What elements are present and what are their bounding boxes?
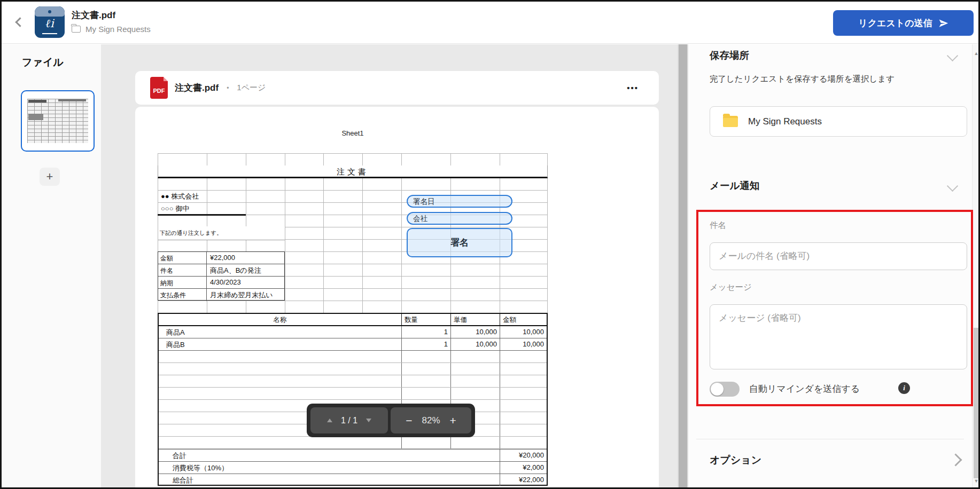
folder-outline-icon bbox=[72, 26, 81, 33]
chevron-left-icon bbox=[15, 17, 25, 27]
table-header-row: 名称 数量 単価 金額 bbox=[159, 314, 547, 326]
table-row: 商品B 1 10,000 10,000 bbox=[159, 338, 547, 351]
table-row: 商品A 1 10,000 10,000 bbox=[159, 326, 547, 338]
zoom-in-button[interactable]: + bbox=[450, 415, 456, 426]
breadcrumb-label: My Sign Requests bbox=[85, 25, 151, 34]
subject-input[interactable] bbox=[710, 242, 967, 270]
email-notification-heading: メール通知 bbox=[710, 179, 759, 192]
preview-toolbar: 1 / 1 − 82% + bbox=[307, 404, 475, 437]
send-request-label: リクエストの送信 bbox=[858, 17, 932, 29]
page-navigation: 1 / 1 bbox=[310, 407, 388, 433]
chevron-down-icon[interactable] bbox=[947, 180, 958, 192]
save-location-heading: 保存場所 bbox=[710, 49, 749, 62]
page-title: 注文書.pdf bbox=[72, 9, 115, 21]
sign-date-field[interactable]: 署名日 bbox=[407, 195, 512, 208]
page-down-button[interactable] bbox=[366, 419, 371, 422]
message-label: メッセージ bbox=[710, 282, 752, 293]
subject-label: 件名 bbox=[710, 220, 726, 231]
signature-glyph: ℓi bbox=[35, 17, 65, 30]
breadcrumb[interactable]: My Sign Requests bbox=[72, 25, 151, 34]
auto-reminder-label: 自動リマインダを送信する bbox=[749, 383, 860, 395]
settings-panel: 保存場所 完了したリクエストを保存する場所を選択します My Sign Requ… bbox=[688, 44, 972, 489]
table-row: 金額 ¥22,000 bbox=[158, 252, 284, 264]
chevron-down-icon[interactable] bbox=[947, 50, 958, 61]
sheet-label: Sheet1 bbox=[158, 129, 548, 137]
page-up-button[interactable] bbox=[327, 419, 332, 422]
message-input[interactable] bbox=[710, 304, 967, 369]
document-scrollbar-thumb[interactable] bbox=[679, 44, 687, 489]
chevron-right-icon bbox=[949, 453, 962, 466]
sign-app-icon: ℓi bbox=[35, 6, 65, 38]
document-file-name: 注文書.pdf bbox=[175, 82, 219, 94]
zoom-level: 82% bbox=[422, 415, 440, 426]
scroll-down-arrow-icon[interactable]: ▼ bbox=[973, 478, 980, 484]
save-location-folder[interactable]: My Sign Requests bbox=[710, 106, 967, 137]
pdf-file-icon: PDF bbox=[150, 77, 168, 99]
doc-summary-table: 金額 ¥22,000 件名 商品A、Bの発注 納期 4/30/2023 支払条件… bbox=[158, 251, 285, 301]
table-row: 件名 商品A、Bの発注 bbox=[158, 264, 284, 277]
options-heading: オプション bbox=[710, 453, 761, 467]
zoom-out-button[interactable]: − bbox=[406, 415, 412, 426]
file-thumbnail-preview bbox=[27, 99, 88, 143]
document-options-menu[interactable]: ••• bbox=[627, 83, 639, 92]
scroll-up-arrow-icon[interactable]: ▲ bbox=[973, 51, 980, 56]
table-total-row: 消費税等（10%） ¥2,000 bbox=[159, 461, 547, 474]
dot-separator: • bbox=[227, 84, 229, 92]
app-window: ℓi 注文書.pdf My Sign Requests リクエストの送信 ファイ… bbox=[0, 0, 980, 489]
add-file-button[interactable]: + bbox=[40, 168, 60, 186]
send-request-button[interactable]: リクエストの送信 bbox=[833, 10, 974, 36]
options-section[interactable]: オプション bbox=[688, 439, 972, 489]
doc-to-company: ○○○ 御中 bbox=[159, 204, 191, 214]
zoom-controls: − 82% + bbox=[391, 407, 471, 433]
company-field[interactable]: 会社 bbox=[407, 212, 512, 225]
folder-name: My Sign Requests bbox=[748, 116, 822, 127]
signature-field[interactable]: 署名 bbox=[407, 228, 512, 257]
save-location-description: 完了したリクエストを保存する場所を選択します bbox=[710, 74, 895, 85]
sign-app-icon-dot bbox=[48, 10, 51, 13]
file-thumbnail[interactable] bbox=[21, 90, 95, 152]
panel-scrollbar[interactable]: ▲ ▼ bbox=[972, 44, 980, 489]
table-total-row: 合計 ¥20,000 bbox=[159, 449, 547, 461]
document-page-count: 1ページ bbox=[237, 83, 266, 93]
signature-underline bbox=[42, 33, 57, 34]
folder-icon bbox=[723, 116, 738, 127]
doc-title: 注文書 bbox=[158, 165, 548, 178]
info-icon[interactable]: i bbox=[898, 382, 910, 394]
toggle-knob bbox=[711, 383, 724, 396]
doc-from-company: ●● 株式会社 bbox=[159, 192, 200, 201]
panel-scrollbar-thumb[interactable] bbox=[974, 328, 979, 478]
document-card-header: PDF 注文書.pdf • 1ページ ••• bbox=[135, 71, 659, 105]
header: ℓi 注文書.pdf My Sign Requests リクエストの送信 bbox=[2, 2, 978, 44]
doc-to-underline bbox=[158, 214, 246, 216]
document-preview-area: PDF 注文書.pdf • 1ページ ••• Sheet1 注文書 ●● 株式会… bbox=[101, 44, 678, 489]
paper-plane-icon bbox=[938, 18, 948, 28]
table-row: 支払条件 月末締め翌月末払い bbox=[158, 289, 284, 301]
doc-intro: 下記の通り注文します。 bbox=[158, 226, 285, 240]
table-row: 納期 4/30/2023 bbox=[158, 277, 284, 289]
auto-reminder-toggle[interactable] bbox=[710, 382, 740, 397]
files-heading: ファイル bbox=[22, 56, 64, 69]
table-total-row: 総合計 ¥22,000 bbox=[159, 474, 547, 486]
doc-items-table: 名称 数量 単価 金額 商品A 1 10,000 10,000 商品B 1 bbox=[158, 313, 548, 486]
files-sidebar: ファイル + bbox=[2, 44, 101, 489]
back-button[interactable] bbox=[13, 17, 26, 29]
document-scrollbar[interactable] bbox=[678, 44, 688, 489]
page-indicator: 1 / 1 bbox=[341, 416, 357, 425]
